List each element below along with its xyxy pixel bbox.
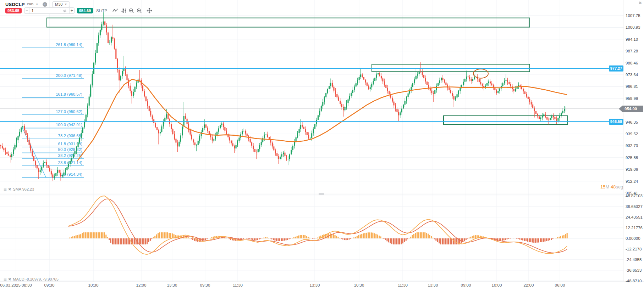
- axis-label: -24.4355: [626, 258, 642, 262]
- time-axis: 06.03.2025 08:3009:3010:3012:0013:3009:3…: [0, 283, 565, 287]
- time-label: 10:30: [88, 283, 99, 287]
- price-line-tag: 977.27: [609, 66, 623, 72]
- countdown-minutes: 15: [600, 184, 605, 190]
- pane-separator-grip[interactable]: [319, 193, 324, 195]
- candles: [0, 12, 566, 181]
- axis-label: 994.10: [626, 37, 638, 41]
- zone-rectangle[interactable]: [372, 64, 530, 72]
- sltp-label[interactable]: SL/TP: [96, 9, 107, 13]
- zoom-out-icon[interactable]: [129, 8, 134, 13]
- drag-handle-icon[interactable]: ☰: [4, 187, 6, 191]
- indicators-icon[interactable]: [121, 8, 126, 13]
- sync-icon[interactable]: [62, 9, 67, 13]
- axis-label: 1007.75: [626, 13, 640, 18]
- axis-label: -12.2178: [626, 247, 642, 251]
- quantity-minus-button[interactable]: −: [24, 8, 29, 13]
- time-label: 22:00: [524, 283, 534, 287]
- fib-label: 78.2 (936.68): [58, 134, 83, 138]
- symbol-name[interactable]: USDCLP: [5, 2, 25, 7]
- quantity-value[interactable]: 1: [32, 9, 34, 13]
- quantity-stepper: − 1 +: [24, 7, 75, 14]
- axis-label: 912.24: [626, 179, 638, 183]
- price-line-tag: 946.58: [609, 119, 623, 125]
- fib-label: 127.0 (950.62): [56, 109, 82, 114]
- macd-pane: [68, 196, 568, 254]
- timeframe-label: M30: [55, 2, 62, 6]
- axis-label: 12.21776: [626, 226, 643, 230]
- candle-countdown: 15M 48seg: [600, 184, 623, 190]
- price-axis: 1007.751000.93994.10987.28980.46973.6496…: [626, 13, 643, 283]
- time-label: 06:00: [555, 283, 565, 287]
- fib-label: 261.8 (989.14): [56, 43, 82, 47]
- remove-sma-icon[interactable]: ✖: [8, 187, 11, 191]
- fib-label: 50.0 (928.62): [58, 147, 83, 152]
- axis-label: 36.65327: [626, 204, 643, 209]
- symbol-toolbar: USDCLP CFD ▼ i M30 ▼: [5, 1, 70, 7]
- axis-label: 24.43551: [626, 215, 643, 219]
- time-label: 11:30: [398, 283, 408, 287]
- trading-chart-window: 261.8 (989.14)200.0 (971.48)161.8 (960.5…: [0, 0, 644, 288]
- fib-label: 100.0 (942.91): [56, 123, 82, 127]
- axis-label: 925.88: [626, 156, 638, 160]
- axis-label: 0.00000: [626, 236, 640, 241]
- axis-label: 939.52: [626, 132, 638, 136]
- time-label: 06.03.2025 08:30: [0, 283, 32, 287]
- ellipse-annotation[interactable]: [473, 69, 488, 78]
- axis-label: -36.6533: [626, 268, 642, 272]
- time-label: 10:30: [354, 283, 364, 287]
- svg-text:954.00: 954.00: [624, 107, 637, 111]
- close-icon[interactable]: ✖: [639, 1, 642, 5]
- timeframe-selector[interactable]: M30 ▼: [52, 1, 70, 7]
- axis-label: 966.81: [626, 84, 638, 89]
- sell-price-button[interactable]: 953.95: [5, 8, 22, 13]
- symbol-type-label: CFD: [27, 2, 34, 6]
- macd-signal-line: [68, 199, 567, 253]
- current-price-tag: 954.00: [619, 106, 643, 112]
- countdown-sec-unit: seg: [616, 184, 623, 190]
- time-label: 09:30: [44, 283, 55, 287]
- countdown-seconds: 48: [611, 184, 616, 190]
- macd-main-line: [68, 196, 567, 254]
- axis-label: 946.35: [626, 120, 638, 124]
- macd-legend-label: MACD -8.20979, -9.90765: [13, 277, 58, 281]
- fib-label: 61.8 (931.99): [58, 142, 83, 146]
- zoom-in-icon[interactable]: [137, 8, 142, 13]
- zone-rectangle[interactable]: [444, 116, 568, 125]
- quantity-plus-button[interactable]: +: [70, 8, 74, 13]
- fib-label: 161.8 (960.57): [56, 92, 82, 96]
- info-icon[interactable]: i: [43, 2, 47, 7]
- time-label: 13:30: [310, 283, 320, 287]
- axis-label: 973.64: [626, 73, 638, 77]
- macd-legend: ☰ ✖ MACD -8.20979, -9.90765: [4, 277, 59, 281]
- drag-handle-icon[interactable]: ☰: [4, 277, 6, 281]
- svg-text:946.58: 946.58: [610, 119, 622, 124]
- axis-label: 919.06: [626, 167, 638, 171]
- zone-rectangle[interactable]: [47, 18, 530, 27]
- axis-label: 1000.93: [626, 25, 640, 29]
- time-label: 11:30: [233, 283, 243, 287]
- time-label: 09:00: [461, 283, 471, 287]
- time-label: 13:30: [167, 283, 177, 287]
- sma-legend-label: SMA 962.23: [13, 187, 34, 191]
- drawing-tool-icon[interactable]: [112, 8, 119, 13]
- time-label: 13:30: [428, 283, 438, 287]
- time-label: 10:00: [492, 283, 502, 287]
- chart-canvas[interactable]: 261.8 (989.14)200.0 (971.48)161.8 (960.5…: [0, 0, 644, 288]
- sma-legend: ☰ ✖ SMA 962.23: [4, 187, 34, 191]
- axis-label: 48.87103: [626, 194, 643, 198]
- time-label: 09:30: [200, 283, 210, 287]
- fib-label: 200.0 (971.48): [56, 73, 82, 78]
- axis-label: 932.70: [626, 143, 638, 148]
- svg-text:977.27: 977.27: [610, 66, 622, 70]
- buy-price-button[interactable]: 954.69: [77, 8, 93, 13]
- time-label: 12:00: [136, 283, 147, 287]
- trade-toolbar: 953.95 − 1 + 954.69 SL/TP: [5, 7, 152, 14]
- countdown-min-unit: M: [605, 184, 610, 190]
- fib-label: 38.2 (925.25): [58, 153, 83, 158]
- symbol-dropdown-caret[interactable]: ▼: [35, 3, 38, 6]
- axis-label: 959.99: [626, 96, 638, 101]
- axis-label: 980.46: [626, 61, 638, 65]
- pan-move-icon[interactable]: [147, 8, 152, 13]
- remove-macd-icon[interactable]: ✖: [8, 277, 11, 281]
- timeframe-caret-icon: ▼: [64, 3, 67, 6]
